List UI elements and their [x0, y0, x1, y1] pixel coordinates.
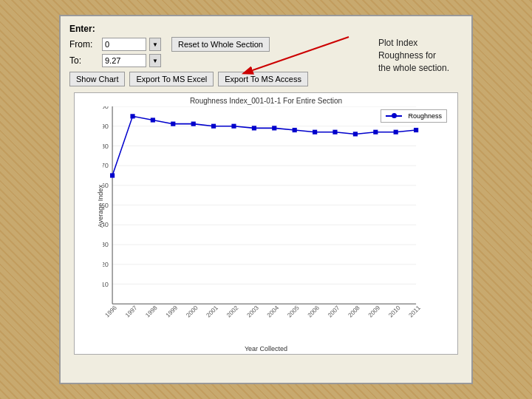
- svg-rect-52: [353, 132, 358, 136]
- svg-rect-49: [293, 128, 297, 132]
- svg-rect-46: [231, 124, 236, 129]
- svg-rect-40: [110, 173, 115, 177]
- svg-text:2006: 2006: [307, 304, 321, 319]
- from-input[interactable]: [102, 38, 146, 51]
- svg-text:2008: 2008: [347, 304, 361, 319]
- to-input[interactable]: [102, 54, 146, 67]
- svg-text:80: 80: [103, 143, 109, 150]
- grid-lines: 10 20 30 40 50 60 70 80 90 100: [103, 106, 416, 288]
- svg-text:2011: 2011: [408, 304, 423, 319]
- x-axis-label: Year Collected: [245, 345, 287, 352]
- svg-rect-54: [394, 130, 398, 134]
- svg-text:2002: 2002: [225, 304, 240, 319]
- to-label: To:: [69, 55, 99, 66]
- svg-text:2007: 2007: [327, 304, 341, 319]
- svg-rect-47: [252, 126, 256, 130]
- svg-rect-41: [130, 114, 134, 118]
- svg-rect-48: [272, 126, 276, 130]
- svg-text:2005: 2005: [286, 304, 301, 319]
- from-dropdown[interactable]: ▼: [149, 38, 161, 51]
- show-chart-button[interactable]: Show Chart: [69, 72, 125, 86]
- svg-rect-50: [313, 130, 317, 134]
- svg-text:10: 10: [103, 281, 109, 288]
- svg-text:50: 50: [103, 202, 109, 209]
- svg-text:1996: 1996: [104, 304, 119, 319]
- svg-text:2009: 2009: [367, 304, 382, 319]
- svg-text:2001: 2001: [205, 304, 220, 319]
- svg-rect-42: [151, 117, 155, 122]
- from-label: From:: [69, 39, 99, 50]
- chart-svg: 10 20 30 40 50 60 70 80 90 100: [103, 106, 449, 327]
- x-ticks: 1996 1997 1998 1999 2000 2001 2002 2003 …: [104, 304, 423, 319]
- svg-rect-55: [414, 128, 418, 132]
- main-panel: Enter: From: ▼ Reset to Whole Section To…: [59, 15, 473, 384]
- svg-text:2003: 2003: [246, 304, 261, 319]
- svg-text:1999: 1999: [165, 304, 180, 319]
- reset-button[interactable]: Reset to Whole Section: [171, 37, 270, 52]
- annotation-text: Plot IndexRoughness forthe whole section…: [378, 37, 449, 74]
- export-access-button[interactable]: Export To MS Access: [218, 72, 308, 86]
- svg-text:30: 30: [103, 241, 109, 248]
- enter-label: Enter:: [69, 24, 463, 34]
- svg-rect-44: [191, 122, 196, 126]
- svg-text:1997: 1997: [124, 304, 139, 319]
- svg-text:90: 90: [103, 123, 109, 130]
- svg-text:2004: 2004: [266, 304, 281, 319]
- svg-text:2000: 2000: [185, 304, 200, 319]
- svg-rect-53: [373, 130, 378, 134]
- export-excel-button[interactable]: Export To MS Excel: [129, 72, 214, 86]
- svg-text:60: 60: [103, 182, 109, 189]
- svg-rect-45: [211, 124, 216, 129]
- svg-text:20: 20: [103, 261, 109, 268]
- svg-rect-43: [171, 122, 175, 126]
- svg-text:40: 40: [103, 221, 109, 228]
- svg-text:70: 70: [103, 162, 109, 169]
- svg-text:2010: 2010: [387, 304, 402, 319]
- to-dropdown[interactable]: ▼: [149, 54, 161, 67]
- svg-rect-51: [332, 130, 337, 134]
- svg-text:100: 100: [103, 106, 109, 110]
- svg-text:1998: 1998: [144, 304, 159, 319]
- chart-title: Roughness Index_001-01-1 For Entire Sect…: [75, 97, 457, 105]
- chart-area: Roughness Index_001-01-1 For Entire Sect…: [74, 92, 458, 355]
